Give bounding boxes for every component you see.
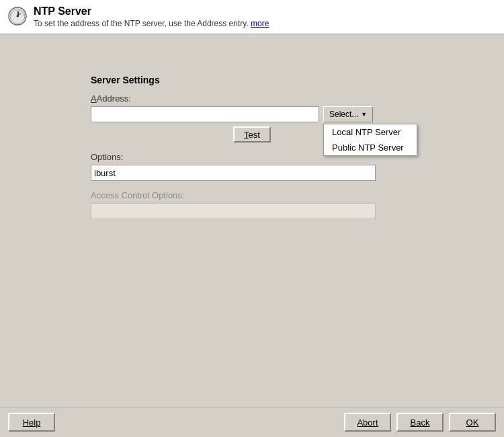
- help-button[interactable]: Help: [8, 413, 55, 432]
- main-content: Server Settings AAddress: Select... ▼ Lo…: [0, 34, 504, 407]
- back-button-label: Back: [411, 418, 430, 428]
- ok-button[interactable]: OK: [449, 413, 496, 432]
- address-label: AAddress:: [91, 93, 413, 104]
- page-title: NTP Server: [34, 5, 269, 17]
- ntp-icon: [8, 7, 27, 26]
- header-description: To set the address of the NTP server, us…: [34, 19, 269, 28]
- server-settings-panel: Server Settings AAddress: Select... ▼ Lo…: [91, 75, 413, 229]
- dropdown-item-local-ntp[interactable]: Local NTP Server: [324, 124, 417, 140]
- help-button-label: Help: [23, 418, 41, 428]
- ok-button-label: OK: [466, 418, 479, 428]
- address-input[interactable]: [91, 106, 319, 122]
- chevron-down-icon: ▼: [361, 111, 367, 118]
- svg-point-4: [17, 15, 19, 17]
- options-input[interactable]: [91, 165, 376, 181]
- test-button[interactable]: Test: [233, 126, 271, 143]
- header-text: NTP Server To set the address of the NTP…: [34, 5, 269, 28]
- section-title: Server Settings: [91, 75, 413, 85]
- select-button[interactable]: Select... ▼: [323, 106, 373, 122]
- access-label: Access Control Options:: [91, 190, 413, 200]
- abort-button[interactable]: Abort: [344, 413, 391, 432]
- more-link[interactable]: more: [251, 19, 269, 28]
- access-control-group: Access Control Options:: [91, 190, 413, 219]
- access-control-input[interactable]: [91, 203, 376, 219]
- footer-left: Help: [8, 413, 55, 432]
- header: NTP Server To set the address of the NTP…: [0, 0, 504, 34]
- options-group: Options:: [91, 152, 413, 181]
- dropdown-item-public-ntp[interactable]: Public NTP Server: [324, 140, 417, 155]
- footer: Help Abort Back OK: [0, 407, 504, 437]
- address-row: Select... ▼ Local NTP Server Public NTP …: [91, 106, 413, 122]
- back-button[interactable]: Back: [396, 413, 444, 432]
- address-group: AAddress: Select... ▼ Local NTP Server P…: [91, 93, 413, 143]
- dropdown-menu: Local NTP Server Public NTP Server: [323, 124, 417, 156]
- footer-right: Abort Back OK: [344, 413, 496, 432]
- abort-button-label: Abort: [357, 418, 378, 428]
